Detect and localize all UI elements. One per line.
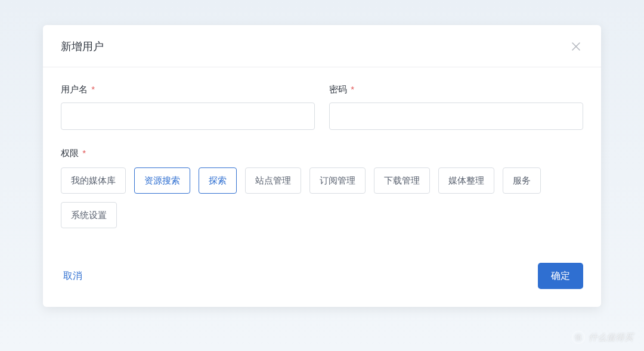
permissions-tags: 我的媒体库资源搜索探索站点管理订阅管理下载管理媒体整理服务系统设置 — [61, 167, 583, 228]
close-icon — [571, 41, 581, 52]
label-text: 密码 — [329, 84, 347, 94]
password-input[interactable] — [329, 102, 583, 130]
permission-tag[interactable]: 资源搜索 — [134, 167, 190, 194]
add-user-modal: 新增用户 用户名 * 密码 * — [43, 25, 601, 307]
username-input[interactable] — [61, 102, 315, 130]
username-label: 用户名 * — [61, 84, 315, 95]
close-button[interactable] — [569, 39, 583, 54]
watermark-text: 什么值得买 — [589, 332, 633, 343]
fields-row: 用户名 * 密码 * — [61, 84, 583, 130]
required-mark: * — [91, 84, 95, 94]
permission-tag[interactable]: 下载管理 — [374, 167, 430, 194]
permission-tag[interactable]: 系统设置 — [61, 202, 117, 228]
watermark-badge-icon: 值 — [572, 331, 585, 344]
permission-tag[interactable]: 媒体整理 — [438, 167, 494, 194]
password-field: 密码 * — [329, 84, 583, 130]
permission-tag[interactable]: 我的媒体库 — [61, 167, 126, 194]
modal-title: 新增用户 — [61, 39, 104, 54]
cancel-button[interactable]: 取消 — [61, 265, 85, 287]
permission-tag[interactable]: 服务 — [503, 167, 541, 194]
permission-tag[interactable]: 订阅管理 — [309, 167, 366, 194]
permission-tag[interactable]: 站点管理 — [245, 167, 301, 194]
modal-header: 新增用户 — [43, 25, 601, 67]
required-mark: * — [351, 84, 354, 94]
confirm-button[interactable]: 确定 — [538, 263, 583, 289]
label-text: 用户名 — [61, 84, 88, 94]
permission-tag[interactable]: 探索 — [199, 167, 237, 194]
password-label: 密码 * — [329, 84, 583, 95]
permissions-label: 权限 * — [61, 148, 583, 159]
watermark: 值 什么值得买 — [572, 331, 633, 344]
username-field: 用户名 * — [61, 84, 315, 130]
required-mark: * — [82, 148, 86, 158]
permissions-section: 权限 * 我的媒体库资源搜索探索站点管理订阅管理下载管理媒体整理服务系统设置 — [61, 148, 583, 228]
modal-body: 用户名 * 密码 * 权限 * 我的媒体库资源搜索探索站点管理订阅管理下载管理媒… — [43, 67, 601, 234]
modal-footer: 取消 确定 — [43, 234, 601, 307]
label-text: 权限 — [61, 148, 79, 158]
